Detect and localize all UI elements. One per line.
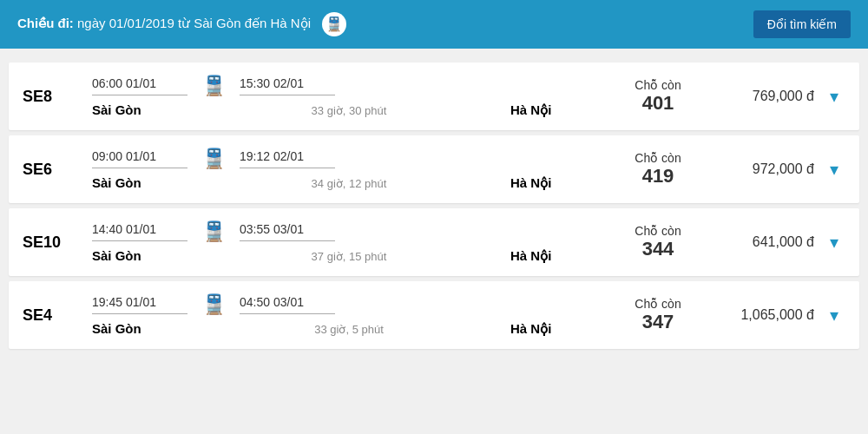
seats-count: 419	[606, 165, 710, 187]
price: 1,065,000 đ	[710, 307, 823, 323]
train-journey-SE8: 06:00 01/01 🚆 15:30 02/01 Sài Gòn 33 giờ…	[92, 75, 606, 118]
header-title: Chiều đi: ngày 01/01/2019 từ Sài Gòn đến…	[17, 12, 346, 36]
train-list: SE8 06:00 01/01 🚆 15:30 02/01 Sài Gòn 33…	[0, 49, 868, 363]
arrive-station: Hà Nội	[510, 102, 606, 118]
depart-time: 06:00 01/01	[92, 76, 187, 95]
depart-time: 09:00 01/01	[92, 148, 187, 168]
train-row: SE6 09:00 01/01 🚆 19:12 02/01 Sài Gòn 34…	[9, 135, 859, 203]
expand-button-SE6[interactable]: ▾	[823, 155, 845, 183]
seats-label: Chỗ còn	[606, 224, 710, 238]
train-journey-SE4: 19:45 01/01 🚆 04:50 03/01 Sài Gòn 33 giờ…	[92, 293, 606, 337]
train-times-row: 14:40 01/01 🚆 03:55 03/01	[92, 220, 606, 243]
train-journey-SE6: 09:00 01/01 🚆 19:12 02/01 Sài Gòn 34 giờ…	[92, 148, 606, 191]
train-icon: 🚆	[187, 293, 240, 316]
header-prefix: Chiều đi:	[17, 16, 74, 30]
train-stations-row: Sài Gòn 34 giờ, 12 phút Hà Nội	[92, 175, 606, 191]
header: Chiều đi: ngày 01/01/2019 từ Sài Gòn đến…	[0, 0, 868, 49]
arrive-station: Hà Nội	[510, 321, 606, 337]
seats-info: Chỗ còn 419	[606, 151, 710, 187]
expand-button-SE10[interactable]: ▾	[823, 228, 845, 256]
train-stations-row: Sài Gòn 33 giờ, 30 phút Hà Nội	[92, 102, 606, 118]
seats-label: Chỗ còn	[606, 297, 710, 311]
train-row: SE10 14:40 01/01 🚆 03:55 03/01 Sài Gòn 3…	[9, 208, 859, 276]
seats-info: Chỗ còn 347	[606, 297, 710, 333]
depart-station: Sài Gòn	[92, 175, 187, 191]
depart-time: 19:45 01/01	[92, 294, 187, 314]
arrive-station: Hà Nội	[510, 175, 606, 191]
train-icon: 🚆	[187, 148, 240, 170]
train-stations-row: Sài Gòn 37 giờ, 15 phút Hà Nội	[92, 248, 606, 264]
seats-info: Chỗ còn 344	[606, 224, 710, 260]
depart-station: Sài Gòn	[92, 248, 187, 264]
seats-label: Chỗ còn	[606, 78, 710, 92]
expand-button-SE4[interactable]: ▾	[823, 301, 845, 329]
seats-count: 401	[606, 92, 710, 115]
change-search-button[interactable]: Đổi tìm kiếm	[753, 10, 851, 38]
train-times-row: 19:45 01/01 🚆 04:50 03/01	[92, 293, 606, 316]
arrive-time: 04:50 03/01	[240, 294, 335, 314]
depart-time: 14:40 01/01	[92, 221, 187, 241]
depart-station: Sài Gòn	[92, 102, 187, 118]
train-icon: 🚆	[187, 220, 240, 243]
train-stations-row: Sài Gòn 33 giờ, 5 phút Hà Nội	[92, 321, 606, 337]
seats-count: 344	[606, 238, 710, 260]
price: 769,000 đ	[710, 89, 823, 104]
train-times-row: 09:00 01/01 🚆 19:12 02/01	[92, 148, 606, 170]
train-row: SE4 19:45 01/01 🚆 04:50 03/01 Sài Gòn 33…	[9, 281, 859, 349]
header-route: ngày 01/01/2019 từ Sài Gòn đến Hà Nội	[77, 16, 311, 30]
train-id-SE10: SE10	[23, 233, 92, 252]
train-journey-SE10: 14:40 01/01 🚆 03:55 03/01 Sài Gòn 37 giờ…	[92, 220, 606, 264]
train-row: SE8 06:00 01/01 🚆 15:30 02/01 Sài Gòn 33…	[9, 62, 859, 130]
expand-button-SE8[interactable]: ▾	[823, 82, 845, 110]
arrive-time: 19:12 02/01	[240, 148, 335, 168]
duration: 33 giờ, 5 phút	[187, 323, 510, 336]
seats-label: Chỗ còn	[606, 151, 710, 165]
train-id-SE8: SE8	[23, 88, 92, 106]
train-id-SE6: SE6	[23, 161, 92, 179]
duration: 33 giờ, 30 phút	[187, 104, 510, 117]
train-times-row: 06:00 01/01 🚆 15:30 02/01	[92, 75, 606, 97]
duration: 34 giờ, 12 phút	[187, 177, 510, 190]
duration: 37 giờ, 15 phút	[187, 250, 510, 263]
train-logo-icon: 🚆	[322, 12, 346, 36]
train-icon: 🚆	[187, 75, 240, 97]
train-id-SE4: SE4	[23, 306, 92, 325]
arrive-time: 03:55 03/01	[240, 221, 335, 241]
price: 641,000 đ	[710, 234, 823, 250]
arrive-station: Hà Nội	[510, 248, 606, 264]
arrive-time: 15:30 02/01	[240, 76, 335, 95]
seats-count: 347	[606, 311, 710, 333]
price: 972,000 đ	[710, 161, 823, 177]
depart-station: Sài Gòn	[92, 321, 187, 337]
seats-info: Chỗ còn 401	[606, 78, 710, 115]
